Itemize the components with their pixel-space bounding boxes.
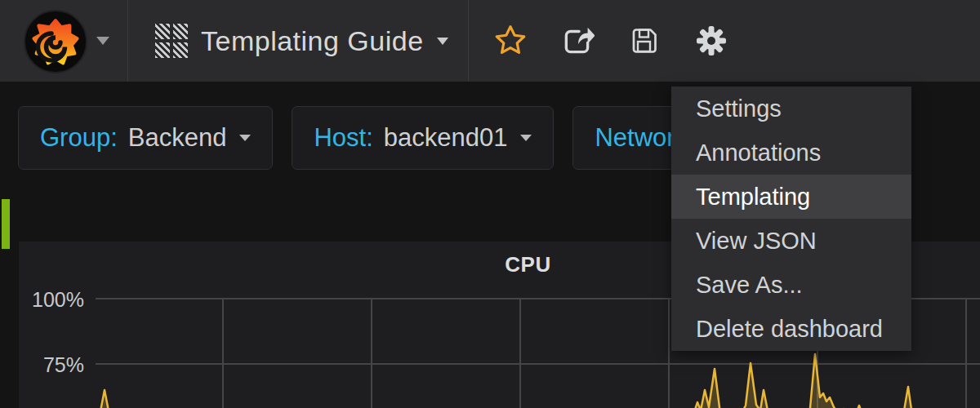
menu-item-delete-dashboard[interactable]: Delete dashboard bbox=[671, 307, 911, 351]
menu-item-templating[interactable]: Templating bbox=[671, 175, 911, 219]
share-icon[interactable] bbox=[560, 24, 595, 58]
variable-label: Host: bbox=[314, 123, 372, 153]
gear-icon[interactable] bbox=[694, 24, 728, 58]
dashboard-title[interactable]: Templating Guide bbox=[201, 25, 424, 57]
variable-group-dropdown[interactable]: Group: Backend bbox=[18, 106, 273, 170]
variable-value: backend01 bbox=[384, 123, 508, 153]
caret-down-icon bbox=[520, 135, 532, 141]
row-collapse-handle[interactable] bbox=[2, 199, 10, 249]
dashboard-title-section[interactable]: Templating Guide bbox=[128, 0, 469, 82]
menu-item-annotations[interactable]: Annotations bbox=[671, 131, 911, 175]
grafana-logo-icon[interactable] bbox=[23, 8, 88, 73]
settings-dropdown-menu: Settings Annotations Templating View JSO… bbox=[671, 86, 911, 351]
dashboard-title-caret-icon[interactable] bbox=[437, 38, 448, 45]
save-icon[interactable] bbox=[627, 24, 662, 58]
variable-host-dropdown[interactable]: Host: backend01 bbox=[292, 106, 554, 170]
logo-dropdown-caret-icon[interactable] bbox=[96, 37, 109, 45]
grafana-logo-section[interactable] bbox=[0, 0, 128, 82]
variable-label: Group: bbox=[40, 123, 118, 153]
navbar-toolbar bbox=[469, 0, 728, 82]
star-icon[interactable] bbox=[493, 24, 528, 58]
top-navbar: Templating Guide bbox=[0, 0, 980, 82]
menu-item-settings[interactable]: Settings bbox=[671, 86, 911, 131]
menu-item-view-json[interactable]: View JSON bbox=[671, 219, 911, 263]
menu-item-save-as[interactable]: Save As... bbox=[671, 263, 911, 307]
caret-down-icon bbox=[239, 135, 251, 141]
dashboard-grid-icon bbox=[155, 24, 188, 58]
variable-value: Backend bbox=[128, 123, 227, 153]
